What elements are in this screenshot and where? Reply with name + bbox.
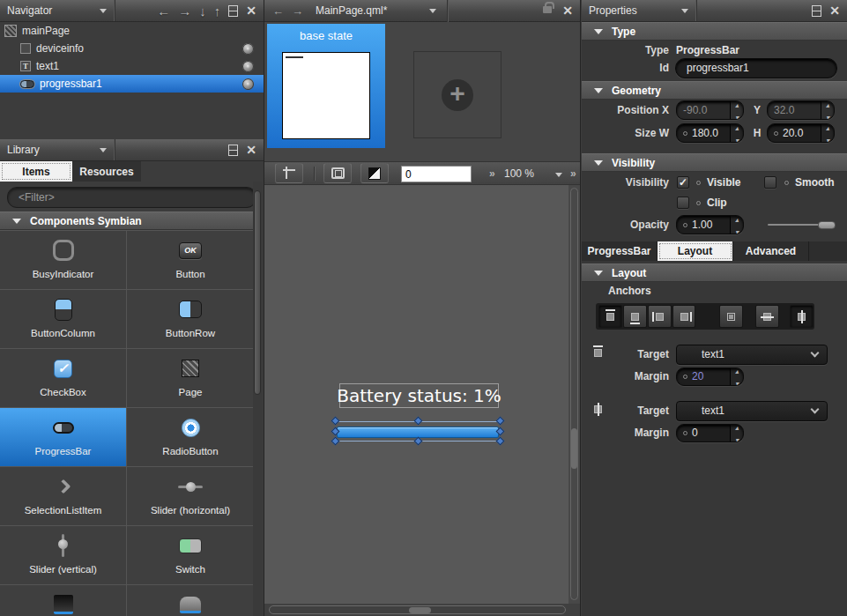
tree-item-text1[interactable]: text1 bbox=[0, 57, 264, 75]
w-spinbox[interactable]: 180.0 bbox=[676, 123, 744, 143]
spin-up-icon[interactable] bbox=[735, 367, 739, 377]
visibility-eye-icon[interactable] bbox=[242, 61, 254, 72]
type-section-header[interactable]: Type bbox=[582, 22, 847, 41]
back-icon[interactable]: ← bbox=[272, 4, 284, 18]
scrollbar-thumb[interactable] bbox=[571, 428, 577, 469]
horizontal-scrollbar[interactable] bbox=[264, 604, 580, 616]
reset-dot-icon[interactable] bbox=[784, 181, 789, 185]
library-scrollbar[interactable] bbox=[253, 182, 263, 616]
battery-status-text-item[interactable]: Battery status: 1% bbox=[339, 383, 499, 408]
library-panel-selector[interactable]: Library bbox=[0, 139, 115, 160]
scrollbar-thumb[interactable] bbox=[254, 190, 261, 395]
anchor-right-button[interactable] bbox=[672, 305, 696, 328]
resize-handle[interactable] bbox=[496, 417, 505, 426]
component-partial-row-right[interactable] bbox=[127, 585, 254, 616]
navigator-panel-selector[interactable]: Navigator bbox=[0, 0, 115, 21]
move-right-icon[interactable]: → bbox=[178, 4, 191, 18]
anchor-horizontal-center-button[interactable] bbox=[790, 305, 814, 328]
component-switch[interactable]: Switch bbox=[127, 526, 254, 584]
spin-down-icon[interactable] bbox=[826, 133, 829, 143]
document-title[interactable]: MainPage.qml* bbox=[316, 4, 387, 17]
spin-down-icon[interactable] bbox=[735, 225, 739, 234]
component-progressbar[interactable]: ProgressBar bbox=[0, 408, 126, 466]
spin-up-icon[interactable] bbox=[735, 215, 739, 225]
reset-dot-icon[interactable] bbox=[696, 201, 701, 205]
tab-progressbar[interactable]: ProgressBar bbox=[582, 241, 658, 261]
reset-dot-icon[interactable] bbox=[774, 131, 778, 136]
properties-panel-selector[interactable]: Properties bbox=[582, 0, 696, 21]
anchor-vertical-center-button[interactable] bbox=[755, 305, 779, 328]
tab-items[interactable]: Items bbox=[0, 161, 72, 182]
tab-resources[interactable]: Resources bbox=[72, 161, 141, 182]
chevrons-icon[interactable] bbox=[489, 167, 495, 180]
move-down-icon[interactable]: ↓ bbox=[199, 4, 206, 18]
spin-up-icon[interactable] bbox=[735, 424, 739, 434]
show-bounding-rects-button[interactable] bbox=[323, 163, 352, 183]
move-up-icon[interactable]: ↑ bbox=[214, 4, 221, 18]
opacity-slider-handle[interactable] bbox=[818, 221, 836, 229]
close-panel-icon[interactable] bbox=[246, 4, 256, 17]
tab-advanced[interactable]: Advanced bbox=[733, 241, 809, 261]
spin-down-icon[interactable] bbox=[735, 133, 739, 143]
anchor-bottom-button[interactable] bbox=[623, 305, 647, 328]
spin-up-icon[interactable] bbox=[735, 100, 739, 110]
visible-checkbox[interactable] bbox=[677, 176, 689, 189]
h-spinbox[interactable]: 20.0 bbox=[767, 123, 835, 143]
clip-checkbox[interactable] bbox=[677, 197, 689, 209]
scrollbar-thumb[interactable] bbox=[409, 607, 431, 613]
split-panel-icon[interactable] bbox=[228, 145, 238, 156]
move-left-icon[interactable]: ← bbox=[157, 4, 170, 18]
component-busyindicator[interactable]: BusyIndicator bbox=[0, 231, 126, 289]
tree-item-progressbar1[interactable]: progressbar1 bbox=[0, 75, 264, 93]
anchor-left-button[interactable] bbox=[648, 305, 672, 328]
forward-icon[interactable]: → bbox=[292, 4, 303, 18]
base-state-card[interactable]: base state bbox=[267, 24, 385, 148]
close-panel-icon[interactable] bbox=[246, 144, 256, 156]
component-partial-row-left[interactable] bbox=[0, 585, 126, 616]
spin-down-icon[interactable] bbox=[735, 110, 739, 120]
snap-margin-input[interactable] bbox=[401, 166, 472, 182]
reset-dot-icon[interactable] bbox=[683, 431, 687, 435]
opacity-slider-track[interactable] bbox=[768, 224, 819, 226]
geometry-section-header[interactable]: Geometry bbox=[582, 81, 847, 100]
id-input[interactable] bbox=[675, 58, 837, 78]
spin-down-icon[interactable] bbox=[735, 376, 739, 386]
chevron-down-icon[interactable] bbox=[555, 173, 562, 177]
chevron-down-icon[interactable] bbox=[429, 9, 436, 13]
spin-up-icon[interactable] bbox=[735, 123, 739, 133]
form-canvas[interactable]: Battery status: 1% bbox=[264, 185, 580, 604]
tree-item-mainpage[interactable]: mainPage bbox=[0, 22, 264, 40]
chevrons-icon[interactable] bbox=[570, 167, 576, 180]
component-radiobutton[interactable]: RadioButton bbox=[127, 408, 254, 466]
component-slider-horizontal[interactable]: Slider (horizontal) bbox=[127, 467, 254, 525]
resize-handle[interactable] bbox=[414, 437, 423, 446]
resize-handle[interactable] bbox=[496, 437, 505, 446]
anchor-fill-button[interactable] bbox=[719, 305, 743, 328]
target-dropdown[interactable]: text1 bbox=[676, 345, 828, 365]
close-panel-icon[interactable] bbox=[829, 4, 840, 17]
component-buttoncolumn[interactable]: ButtonColumn bbox=[0, 290, 126, 348]
spin-down-icon[interactable] bbox=[735, 433, 739, 442]
x-spinbox[interactable]: -90.0 bbox=[676, 100, 744, 120]
component-page[interactable]: Page bbox=[127, 349, 254, 407]
snapping-button[interactable] bbox=[275, 163, 303, 183]
anchor-top-button[interactable] bbox=[598, 305, 622, 328]
components-section-header[interactable]: Components Symbian bbox=[0, 212, 254, 230]
layout-section-header[interactable]: Layout bbox=[582, 263, 847, 282]
reset-dot-icon[interactable] bbox=[696, 181, 701, 185]
contrast-toggle-button[interactable] bbox=[360, 163, 389, 183]
margin-spinbox[interactable]: 20 bbox=[676, 367, 744, 386]
lock-icon[interactable] bbox=[543, 6, 552, 13]
resize-handle[interactable] bbox=[331, 417, 340, 426]
split-panel-icon[interactable] bbox=[812, 5, 821, 17]
resize-handle[interactable] bbox=[331, 437, 340, 446]
tree-item-deviceinfo[interactable]: deviceinfo bbox=[0, 40, 264, 57]
component-selectionlistitem[interactable]: SelectionListItem bbox=[0, 467, 126, 525]
component-slider-vertical[interactable]: Slider (vertical) bbox=[0, 526, 126, 584]
opacity-spinbox[interactable]: 1.00 bbox=[676, 215, 744, 234]
split-panel-icon[interactable] bbox=[228, 5, 238, 17]
y-spinbox[interactable]: 32.0 bbox=[767, 100, 835, 120]
component-button[interactable]: Button bbox=[127, 231, 254, 289]
visibility-section-header[interactable]: Visibility bbox=[582, 153, 847, 172]
reset-dot-icon[interactable] bbox=[683, 375, 687, 379]
